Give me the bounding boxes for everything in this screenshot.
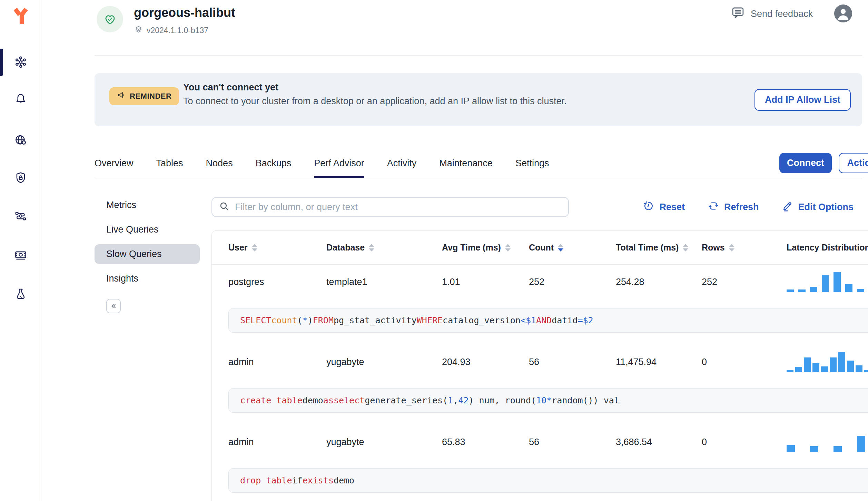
cell-count: 56 — [529, 437, 616, 448]
histogram-bar — [812, 363, 819, 372]
tab-maintenance[interactable]: Maintenance — [439, 155, 493, 178]
histogram-bar — [838, 352, 845, 372]
sidebar-item-alerts-icon[interactable] — [14, 92, 27, 106]
cluster-tabbar: Overview Tables Nodes Backups Perf Advis… — [95, 155, 549, 178]
sql-token: random()) val — [552, 395, 619, 405]
cell-rows: 0 — [702, 357, 787, 367]
tab-activity[interactable]: Activity — [387, 155, 417, 178]
histogram-bar — [864, 370, 868, 372]
connect-button[interactable]: Connect — [779, 153, 832, 173]
sql-token: datid — [552, 315, 578, 325]
sidebar-item-labs-icon[interactable] — [14, 287, 27, 301]
actions-button[interactable]: Actions — [839, 153, 868, 173]
tab-tables[interactable]: Tables — [156, 155, 183, 178]
column-header-rows[interactable]: Rows — [702, 243, 787, 253]
sidebar-item-billing-icon[interactable] — [14, 249, 27, 262]
add-ip-allow-list-button[interactable]: Add IP Allow List — [754, 89, 851, 111]
histogram-bar — [822, 275, 829, 292]
send-feedback-button[interactable]: Send feedback — [731, 6, 813, 22]
sidebar-item-network-icon[interactable] — [14, 134, 27, 147]
latency-histogram — [787, 432, 868, 452]
histogram-bar — [834, 446, 842, 452]
histogram-bar — [810, 287, 817, 292]
table-row[interactable]: admin yugabyte 65.83 56 3,686.54 0 — [212, 425, 868, 459]
latency-histogram — [787, 272, 868, 292]
cell-total-time: 11,475.94 — [616, 357, 702, 367]
column-header-user[interactable]: User — [228, 243, 326, 253]
sidebar-item-integrations-icon[interactable] — [14, 210, 27, 223]
sort-icon — [683, 244, 688, 252]
table-header-row: User Database Avg Time (ms) Count Total … — [212, 231, 868, 265]
sql-token: 1 — [448, 395, 453, 405]
column-header-avg-time[interactable]: Avg Time (ms) — [442, 243, 529, 253]
table-row[interactable]: postgres template1 1.01 252 254.28 252 — [212, 265, 868, 299]
yugabyte-logo-icon[interactable] — [12, 8, 29, 26]
sql-token: ) num, round( — [468, 395, 536, 405]
cell-rows: 252 — [702, 277, 787, 287]
cell-user: admin — [228, 437, 326, 448]
sql-token: create table — [240, 395, 303, 405]
user-avatar[interactable] — [834, 4, 852, 22]
sql-token: < — [521, 315, 526, 325]
column-header-database[interactable]: Database — [326, 243, 442, 253]
sql-token: FROM — [313, 315, 334, 325]
column-header-count[interactable]: Count — [529, 243, 616, 253]
sql-token: ) — [308, 315, 313, 325]
send-feedback-label: Send feedback — [751, 9, 813, 19]
cluster-health-icon — [97, 6, 123, 32]
sql-token: , — [453, 395, 458, 405]
reminder-badge-label: REMINDER — [130, 92, 171, 101]
query-text: create table demo as select generate_ser… — [228, 388, 868, 413]
cell-avg-time: 1.01 — [442, 277, 529, 287]
sidebar-item-clusters-icon[interactable] — [14, 56, 27, 69]
histogram-bar — [857, 289, 864, 292]
sql-token: WHERE — [417, 315, 443, 325]
tab-backups[interactable]: Backups — [256, 155, 292, 178]
column-header-total-time[interactable]: Total Time (ms) — [616, 243, 702, 253]
histogram-bar — [787, 445, 795, 452]
table-row[interactable]: admin yugabyte 204.93 56 11,475.94 0 — [212, 345, 868, 379]
tab-perf-advisor[interactable]: Perf Advisor — [314, 155, 364, 178]
sql-token: SELECT — [240, 315, 271, 325]
tab-settings[interactable]: Settings — [515, 155, 549, 178]
tab-overview[interactable]: Overview — [95, 155, 134, 178]
histogram-bar — [847, 361, 854, 372]
filter-input-wrap — [211, 197, 569, 217]
histogram-bar — [834, 272, 841, 292]
tabs-divider — [95, 178, 862, 178]
cell-count: 56 — [529, 357, 616, 367]
reset-button[interactable]: Reset — [643, 200, 685, 214]
layers-icon — [134, 25, 143, 36]
subnav-item-insights[interactable]: Insights — [95, 269, 200, 288]
actions-label: Actions — [847, 158, 868, 168]
collapse-sidenav-button[interactable] — [106, 299, 121, 313]
slow-queries-table: User Database Avg Time (ms) Count Total … — [211, 230, 868, 501]
cell-total-time: 254.28 — [616, 277, 702, 287]
filter-input[interactable] — [235, 202, 562, 213]
edit-options-button[interactable]: Edit Options — [782, 200, 854, 214]
cell-user: postgres — [228, 277, 326, 287]
histogram-bar — [787, 289, 794, 292]
sql-token: demo — [303, 395, 323, 405]
histogram-bar — [845, 284, 852, 292]
subnav-item-slow-queries[interactable]: Slow Queries — [95, 244, 200, 264]
sql-token: select — [334, 395, 365, 405]
cell-rows: 0 — [702, 437, 787, 448]
sql-token: = — [578, 315, 583, 325]
sort-icon — [252, 244, 257, 252]
sidebar-item-security-icon[interactable] — [14, 171, 27, 184]
latency-histogram — [787, 352, 868, 372]
sql-token: count — [271, 315, 297, 325]
cell-user: admin — [228, 357, 326, 367]
column-header-latency-distribution[interactable]: Latency Distribution — [787, 243, 868, 253]
refresh-icon — [708, 200, 719, 214]
refresh-button[interactable]: Refresh — [708, 200, 759, 214]
cell-database: template1 — [326, 277, 442, 287]
tab-nodes[interactable]: Nodes — [206, 155, 233, 178]
table-toolbar-buttons: Reset Refresh Edit Options — [643, 197, 861, 217]
subnav-item-live-queries[interactable]: Live Queries — [95, 220, 200, 239]
sql-token: $2 — [583, 315, 593, 325]
subnav-item-metrics[interactable]: Metrics — [95, 195, 200, 215]
cell-database: yugabyte — [326, 357, 442, 367]
cell-count: 252 — [529, 277, 616, 287]
